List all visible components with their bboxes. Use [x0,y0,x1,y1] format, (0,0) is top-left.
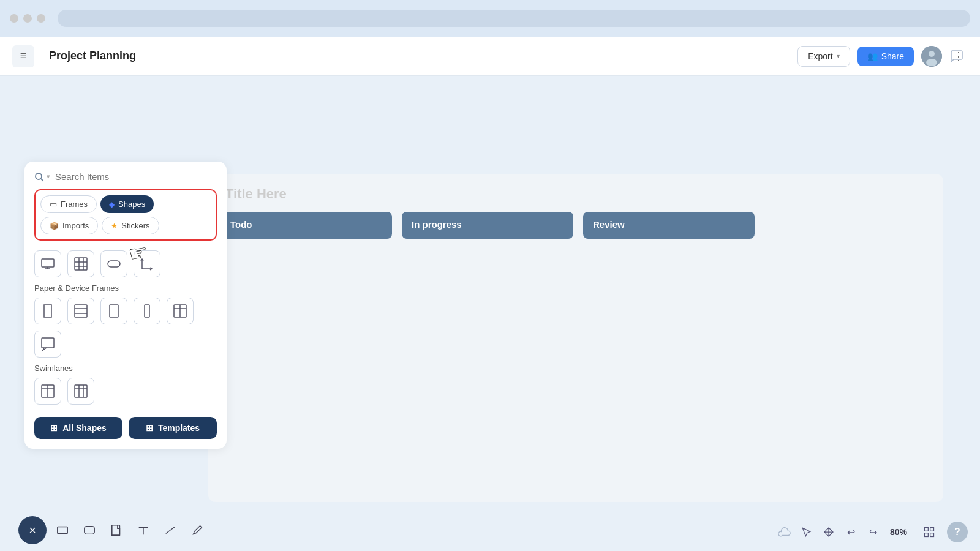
axes-frame-shape[interactable] [134,250,160,277]
undo-button[interactable]: ↩ [842,523,860,541]
chat-icon[interactable] [946,45,968,67]
desktop-frame-shape[interactable] [34,250,61,277]
top-toolbar: ≡ Project Planning Export ▾ 👥 Share ⋮ [0,37,980,76]
cursor-tool-button[interactable] [797,523,816,541]
templates-icon: ⊞ [146,423,153,433]
tab-frames[interactable]: ▭ Frames [40,195,97,213]
svg-rect-39 [930,528,934,531]
svg-line-4 [41,179,43,181]
share-button[interactable]: 👥 Share [858,47,914,66]
templates-label: Templates [158,423,200,433]
title-bar [0,0,980,37]
all-shapes-icon: ⊞ [50,423,58,433]
export-label: Export [808,51,832,61]
table-simple-shape[interactable] [34,378,61,405]
traffic-lights [10,14,45,23]
minimize-traffic-light[interactable] [23,14,32,23]
grid-view-button[interactable] [919,522,940,542]
shapes-label: Shapes [118,200,145,209]
avatar[interactable] [921,46,942,67]
svg-rect-8 [75,258,87,270]
imports-label: Imports [62,221,89,230]
swimlanes-section-label: Swimlanes [34,364,217,373]
svg-rect-28 [75,385,87,397]
redo-button[interactable]: ↪ [864,523,882,541]
tab-imports[interactable]: 📦 Imports [40,217,98,234]
swimlane-horiz-shape[interactable] [67,298,94,324]
rounded-rect-tool[interactable] [78,519,100,541]
bottom-right-controls: ↩ ↪ 80% ? [775,522,968,542]
search-bar: ▾ [34,171,217,182]
frames-grid [34,250,217,277]
help-icon: ? [954,527,960,538]
zoom-level: 80% [886,527,911,537]
svg-rect-40 [925,533,929,537]
svg-point-2 [926,59,937,66]
svg-point-1 [929,51,935,57]
kanban-col-review: Review [583,212,755,239]
search-input[interactable] [55,171,217,182]
swimlane-tall-shape[interactable] [100,298,127,324]
kanban-col-todo: Todo [221,212,392,239]
svg-rect-24 [42,338,54,348]
line-tool[interactable] [159,519,181,541]
cloud-save-button[interactable] [775,523,794,541]
kanban-columns: Todo In progress Review [221,212,931,239]
move-tool-button[interactable] [820,523,838,541]
hamburger-icon: ≡ [20,50,27,62]
tab-row: ▭ Frames ◆ Shapes 📦 Imports ★ Stickers [40,195,211,234]
menu-button[interactable]: ≡ [12,45,34,67]
search-dropdown-arrow[interactable]: ▾ [47,173,50,181]
svg-rect-33 [85,527,95,534]
swimlane-doc-shape[interactable] [34,298,61,324]
templates-button[interactable]: ⊞ Templates [129,417,217,439]
swimlane-narrow-shape[interactable] [134,298,160,324]
tab-shapes[interactable]: ◆ Shapes [100,195,154,213]
tables-grid [34,378,217,405]
all-shapes-label: All Shapes [62,423,107,433]
close-icon: × [29,523,36,538]
grid-frame-shape[interactable] [67,250,94,277]
close-button[interactable]: × [18,516,47,544]
all-shapes-button[interactable]: ⊞ All Shapes [34,417,123,439]
canvas-area[interactable]: Title Here Todo In progress Review ▾ [0,76,980,551]
svg-rect-16 [75,305,87,317]
url-bar [58,10,970,27]
svg-line-37 [166,527,175,534]
svg-rect-38 [925,528,929,531]
redo-icon: ↪ [869,527,877,538]
swimlane-speech-shape[interactable] [34,331,61,358]
imports-icon: 📦 [50,222,59,230]
zoom-controls: ↩ ↪ 80% [775,523,911,541]
maximize-traffic-light[interactable] [37,14,45,23]
oval-frame-shape[interactable] [100,250,127,277]
export-button[interactable]: Export ▾ [797,46,850,67]
tab-stickers[interactable]: ★ Stickers [102,217,159,234]
text-tool[interactable] [132,519,154,541]
frames-section-label: Paper & Device Frames [34,283,217,293]
frames-label: Frames [61,200,88,209]
table-multi-shape[interactable] [67,378,94,405]
left-panel: ▾ ▭ Frames ◆ Shapes 📦 Imports [24,162,227,449]
avatar-image [921,46,942,67]
svg-point-3 [36,173,42,179]
svg-rect-32 [58,527,68,534]
kanban-col-inprogress: In progress [402,212,573,239]
svg-rect-34 [112,525,120,536]
kanban-board: Title Here Todo In progress Review [208,174,943,502]
chevron-down-icon: ▾ [837,53,840,59]
close-traffic-light[interactable] [10,14,18,23]
tab-group-wrapper: ▭ Frames ◆ Shapes 📦 Imports ★ Stickers [34,189,217,241]
pen-tool[interactable] [186,519,208,541]
svg-rect-13 [108,261,120,267]
share-label: Share [881,51,904,61]
swimlanes-grid [34,298,217,358]
note-tool[interactable] [105,519,127,541]
rectangle-tool[interactable] [51,519,74,541]
swimlane-cross-shape[interactable] [167,298,194,324]
svg-rect-20 [145,305,149,317]
panel-footer: ⊞ All Shapes ⊞ Templates [34,417,217,439]
help-button[interactable]: ? [947,522,968,542]
svg-rect-41 [930,533,934,537]
kanban-title: Title Here [221,186,931,202]
